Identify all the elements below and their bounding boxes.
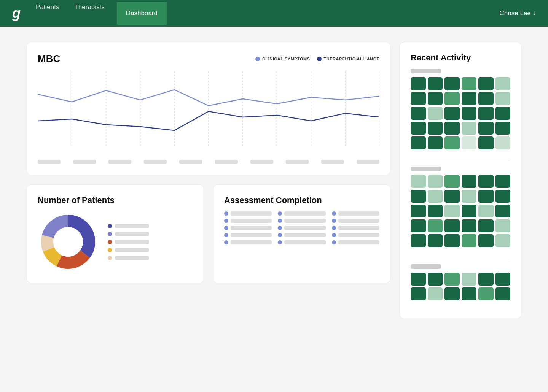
assessment-dot [224, 219, 228, 223]
activity-cell [444, 107, 460, 120]
main-content: MBC CLINICAL SYMPTOMS THERAPEUTIC ALLIAN… [11, 27, 537, 334]
assessment-bar [338, 226, 379, 230]
activity-cell [444, 234, 460, 247]
assessment-row [224, 240, 272, 244]
activity-grid [411, 175, 510, 247]
x-label [179, 160, 202, 164]
assessment-dot [224, 226, 228, 230]
activity-cell [411, 136, 426, 149]
patients-legend [108, 224, 149, 260]
assessment-dot [224, 211, 228, 216]
legend-text [115, 256, 149, 260]
user-menu[interactable]: Chase Lee ↓ [500, 10, 536, 17]
activity-cell [462, 273, 477, 286]
assessment-dot [278, 226, 282, 230]
activity-cell [478, 219, 494, 232]
activity-cell [495, 273, 511, 286]
donut-chart [38, 211, 99, 272]
activity-cell [411, 77, 426, 90]
assessment-dot [332, 240, 336, 244]
activity-cell [478, 273, 494, 286]
assessment-bar [231, 233, 272, 237]
nav-dashboard[interactable]: Dashboard [117, 2, 167, 25]
nav-therapists[interactable]: Therapists [74, 2, 104, 25]
assessment-row [278, 226, 325, 230]
legend-row [108, 256, 149, 260]
activity-cell [428, 175, 443, 188]
assessment-dot [278, 233, 282, 237]
legend-text [115, 248, 149, 252]
activity-cell [478, 92, 494, 105]
activity-cell [462, 234, 477, 247]
activity-cell [411, 287, 426, 300]
activity-cell [444, 136, 460, 149]
mbc-header: MBC CLINICAL SYMPTOMS THERAPEUTIC ALLIAN… [38, 53, 379, 65]
legend-circle [108, 224, 112, 228]
activity-cell [428, 107, 443, 120]
assessment-dot [224, 240, 228, 244]
activity-cell [444, 190, 460, 203]
activity-cell [444, 287, 460, 300]
activity-label [411, 264, 441, 269]
assessment-dot [224, 233, 228, 237]
activity-cell [462, 136, 477, 149]
x-label [108, 160, 131, 164]
mbc-card: MBC CLINICAL SYMPTOMS THERAPEUTIC ALLIAN… [27, 42, 390, 175]
activity-cell [495, 287, 511, 300]
assessment-dot [278, 240, 282, 244]
assessment-dot [332, 219, 336, 223]
assessment-bar [284, 211, 325, 216]
assessment-row [278, 240, 325, 244]
assessment-bar [338, 233, 379, 237]
mbc-chart [38, 71, 379, 155]
activity-cell [462, 219, 477, 232]
assessment-bar [338, 219, 379, 223]
activity-cell [411, 234, 426, 247]
assessment-row [278, 233, 325, 237]
activity-cell [428, 190, 443, 203]
activity-section-2 [411, 167, 510, 247]
legend-alliance: THERAPEUTIC ALLIANCE [317, 57, 379, 61]
divider [411, 161, 510, 161]
legend-clinical: CLINICAL SYMPTOMS [255, 57, 310, 61]
activity-cell [428, 273, 443, 286]
activity-cell [462, 205, 477, 217]
activity-label [411, 167, 441, 171]
x-label [38, 160, 61, 164]
x-label [357, 160, 379, 164]
left-column: MBC CLINICAL SYMPTOMS THERAPEUTIC ALLIAN… [27, 42, 390, 319]
assessment-dot [332, 226, 336, 230]
divider [411, 259, 510, 259]
assessment-row [332, 233, 379, 237]
recent-activity-card: Recent Activity [400, 42, 521, 319]
nav-patients[interactable]: Patients [36, 2, 59, 25]
navbar: g Patients Therapists Dashboard Chase Le… [0, 0, 548, 27]
chart-x-labels [38, 160, 379, 164]
assessment-bar [338, 240, 379, 244]
activity-cell [428, 92, 443, 105]
assessment-row [332, 226, 379, 230]
mbc-title: MBC [38, 53, 60, 65]
legend-circle [108, 232, 112, 236]
nav-links: Patients Therapists Dashboard [36, 2, 164, 25]
activity-cell [411, 107, 426, 120]
clinical-label: CLINICAL SYMPTOMS [262, 57, 310, 61]
activity-cell [495, 122, 511, 135]
assessment-row [224, 226, 272, 230]
assessment-row [278, 219, 325, 223]
activity-cell [428, 234, 443, 247]
activity-cell [444, 122, 460, 135]
activity-cell [478, 122, 494, 135]
activity-cell [478, 234, 494, 247]
legend-row [108, 224, 149, 228]
activity-cell [495, 205, 511, 217]
activity-cell [495, 136, 511, 149]
assessment-bar [284, 226, 325, 230]
assessment-row [332, 240, 379, 244]
legend-text [115, 224, 149, 228]
assessment-bar [231, 219, 272, 223]
activity-cell [428, 77, 443, 90]
activity-cell [478, 287, 494, 300]
activity-cell [411, 92, 426, 105]
assessment-dot [332, 211, 336, 216]
